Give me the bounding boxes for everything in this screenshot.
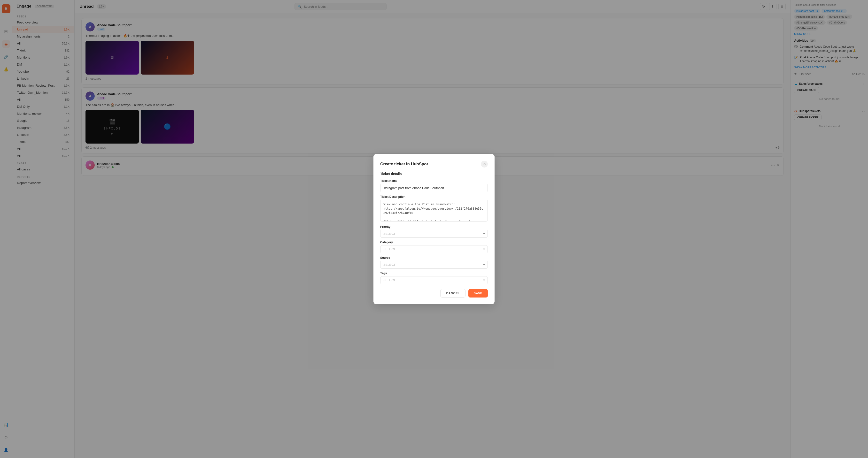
modal-close-button[interactable]: ✕ <box>481 161 488 167</box>
source-select[interactable]: SELECT <box>380 261 488 269</box>
category-select[interactable]: SELECT <box>380 245 488 253</box>
modal-header: Create ticket in HubSpot ✕ <box>380 161 488 167</box>
ticket-name-label: Ticket Name <box>380 179 488 183</box>
ticket-name-input[interactable] <box>380 184 488 192</box>
source-label: Source <box>380 256 488 260</box>
tags-select[interactable]: SELECT <box>380 276 488 284</box>
save-button[interactable]: SAVE <box>468 289 488 297</box>
modal-title: Create ticket in HubSpot <box>380 162 428 167</box>
modal-footer: CANCEL SAVE <box>380 289 488 297</box>
priority-label: Priority <box>380 225 488 229</box>
ticket-description-label: Ticket Description <box>380 195 488 198</box>
modal-create-ticket: Create ticket in HubSpot ✕ Ticket detail… <box>373 154 495 304</box>
priority-select[interactable]: SELECT Low Medium High <box>380 230 488 238</box>
cancel-button[interactable]: CANCEL <box>440 289 465 297</box>
category-label: Category <box>380 241 488 244</box>
modal-overlay[interactable]: Create ticket in HubSpot ✕ Ticket detail… <box>0 0 868 458</box>
ticket-description-textarea[interactable]: View and continue the Post in Brandwatch… <box>380 200 488 222</box>
ticket-details-title: Ticket details <box>380 172 488 176</box>
tags-label: Tags <box>380 272 488 275</box>
